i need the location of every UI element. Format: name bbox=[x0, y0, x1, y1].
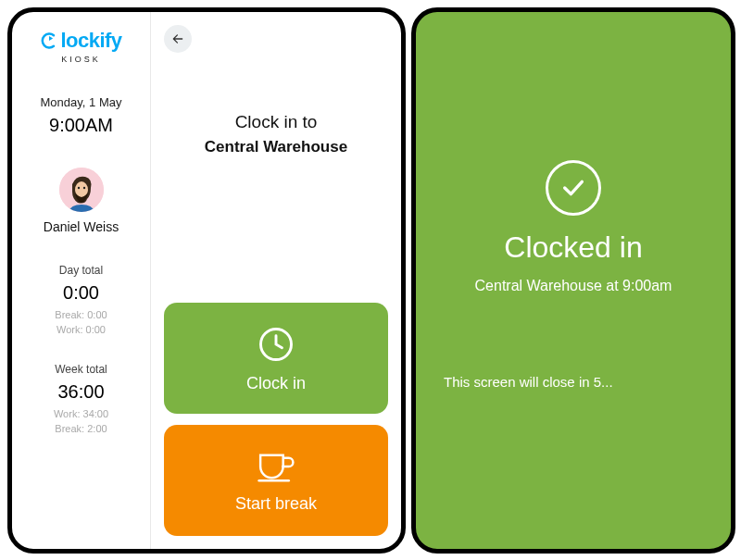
back-button[interactable] bbox=[164, 25, 192, 53]
kiosk-screen-main: lockify KIOSK Monday, 1 May 9:00AM bbox=[7, 7, 406, 554]
day-total-value: 0:00 bbox=[19, 282, 143, 304]
svg-point-2 bbox=[77, 187, 79, 189]
current-datetime: Monday, 1 May 9:00AM bbox=[41, 95, 122, 136]
main-panel: Clock in to Central Warehouse Clock in bbox=[151, 12, 401, 549]
clock-in-header: Clock in to Central Warehouse bbox=[164, 112, 388, 156]
day-work-value: Work: 0:00 bbox=[19, 324, 143, 335]
week-total-block: Week total 36:00 Work: 34:00 Break: 2:00 bbox=[19, 363, 143, 434]
clock-icon bbox=[256, 324, 296, 365]
brand: lockify KIOSK bbox=[40, 29, 121, 64]
day-total-label: Day total bbox=[19, 264, 143, 277]
coffee-cup-icon bbox=[255, 448, 297, 485]
start-break-button[interactable]: Start break bbox=[164, 425, 388, 536]
current-date: Monday, 1 May bbox=[41, 95, 122, 109]
week-break-value: Break: 2:00 bbox=[19, 423, 143, 434]
kiosk-screen-confirmation: Clocked in Central Warehouse at 9:00am T… bbox=[411, 7, 735, 554]
checkmark-icon bbox=[546, 160, 601, 216]
kiosk-layout: lockify KIOSK Monday, 1 May 9:00AM bbox=[12, 12, 401, 549]
clock-in-prefix: Clock in to bbox=[164, 112, 388, 132]
week-total-label: Week total bbox=[19, 363, 143, 376]
week-work-value: Work: 34:00 bbox=[19, 408, 143, 419]
start-break-button-label: Start break bbox=[235, 494, 317, 514]
clock-in-button[interactable]: Clock in bbox=[164, 303, 388, 414]
brand-name: lockify bbox=[60, 29, 121, 53]
confirmation-closing-text: This screen will close in 5... bbox=[440, 374, 613, 390]
day-break-value: Break: 0:00 bbox=[19, 309, 143, 320]
user-name: Daniel Weiss bbox=[44, 219, 119, 234]
brand-sub: KIOSK bbox=[40, 55, 121, 64]
week-total-value: 36:00 bbox=[19, 381, 143, 403]
day-total-block: Day total 0:00 Break: 0:00 Work: 0:00 bbox=[19, 264, 143, 335]
confirmation-subtitle: Central Warehouse at 9:00am bbox=[475, 278, 672, 294]
clock-in-button-label: Clock in bbox=[246, 374, 306, 393]
confirmation-title: Clocked in bbox=[504, 230, 642, 265]
sidebar: lockify KIOSK Monday, 1 May 9:00AM bbox=[12, 12, 151, 549]
clock-in-location: Central Warehouse bbox=[164, 138, 388, 156]
avatar bbox=[59, 168, 104, 212]
brand-clock-icon bbox=[40, 31, 58, 50]
current-time: 9:00AM bbox=[41, 115, 122, 136]
arrow-left-icon bbox=[171, 32, 184, 45]
svg-point-3 bbox=[82, 187, 84, 189]
